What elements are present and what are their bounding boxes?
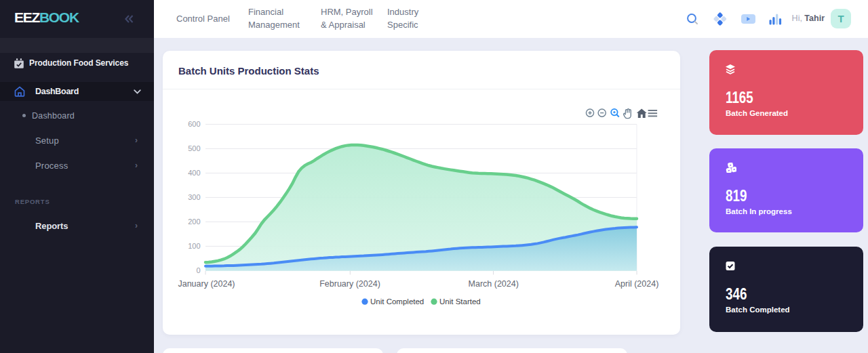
svg-text:0: 0 — [196, 266, 200, 274]
svg-text:March (2024): March (2024) — [469, 279, 519, 289]
svg-text:400: 400 — [188, 169, 200, 177]
svg-text:February (2024): February (2024) — [319, 279, 380, 289]
svg-text:500: 500 — [188, 144, 200, 152]
svg-text:200: 200 — [188, 217, 200, 226]
svg-text:Unit Completed: Unit Completed — [370, 297, 424, 306]
svg-text:600: 600 — [188, 120, 200, 128]
svg-text:100: 100 — [188, 242, 200, 250]
svg-text:January (2024): January (2024) — [178, 279, 235, 289]
svg-text:Unit Started: Unit Started — [439, 297, 481, 306]
svg-text:April (2024): April (2024) — [615, 279, 659, 289]
svg-text:300: 300 — [188, 193, 200, 201]
